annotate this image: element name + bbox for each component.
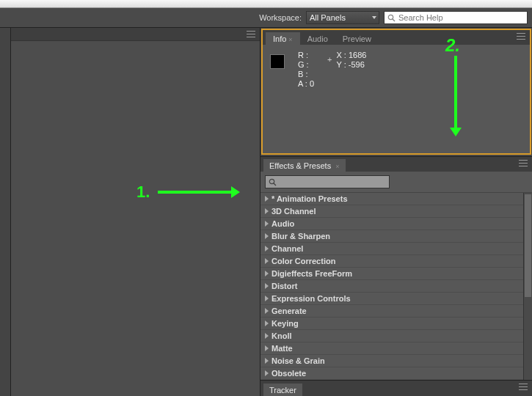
effect-category-label: Keying — [272, 319, 299, 328]
disclosure-triangle-icon[interactable] — [265, 320, 269, 326]
disclosure-triangle-icon[interactable] — [265, 233, 269, 239]
disclosure-triangle-icon[interactable] — [265, 258, 269, 264]
tab-effects-presets[interactable]: Effects & Presets × — [263, 159, 346, 172]
effect-category-item[interactable]: Channel — [260, 243, 523, 255]
effects-search-field[interactable] — [265, 175, 390, 188]
effect-category-label: Knoll — [272, 331, 292, 340]
svg-point-0 — [388, 15, 393, 19]
window-titlebar — [0, 0, 532, 8]
info-tabbar: Info× Audio Preview — [263, 30, 530, 45]
effect-category-item[interactable]: 3D Channel — [260, 205, 523, 218]
effect-category-item[interactable]: Matte — [260, 342, 523, 355]
disclosure-triangle-icon[interactable] — [265, 345, 269, 351]
effect-category-item[interactable]: Keying — [260, 318, 523, 330]
annotation-2-arrow — [454, 56, 457, 129]
tab-info-label: Info — [273, 34, 286, 43]
effects-list: * Animation Presets3D ChannelAudioBlur &… — [260, 192, 532, 380]
left-dock — [0, 28, 11, 396]
effect-category-label: * Animation Presets — [272, 194, 348, 203]
tab-audio[interactable]: Audio — [300, 32, 335, 45]
effect-category-item[interactable]: Obsolete — [260, 367, 523, 380]
panel-menu-icon[interactable] — [519, 384, 528, 390]
xy-readout: + X : 1686 Y : -596 — [327, 51, 366, 144]
effect-category-item[interactable]: Blur & Sharpen — [260, 230, 523, 243]
effects-tabbar: Effects & Presets × — [260, 157, 532, 172]
disclosure-triangle-icon[interactable] — [265, 196, 269, 202]
info-panel: Info× Audio Preview R : G : B : A : 0 + — [261, 29, 531, 155]
effects-tab-label: Effects & Presets — [269, 161, 331, 170]
disclosure-triangle-icon[interactable] — [265, 370, 269, 376]
effect-category-label: Audio — [272, 219, 294, 228]
effect-category-label: Color Correction — [272, 257, 335, 265]
disclosure-triangle-icon[interactable] — [265, 246, 269, 252]
annotation-1-arrow — [158, 191, 233, 194]
effect-category-item[interactable]: Expression Controls — [260, 293, 523, 305]
panel-menu-icon[interactable] — [247, 31, 255, 37]
search-icon — [387, 14, 396, 22]
tab-info[interactable]: Info× — [266, 32, 300, 45]
effects-panel: Effects & Presets × * Animation Presets3… — [260, 156, 532, 380]
effect-category-label: Obsolete — [272, 369, 306, 378]
disclosure-triangle-icon[interactable] — [265, 283, 269, 289]
effect-category-item[interactable]: Digieffects FreeForm — [260, 268, 523, 280]
svg-line-1 — [393, 19, 395, 21]
right-dock: Info× Audio Preview R : G : B : A : 0 + — [260, 28, 532, 396]
effect-category-label: Expression Controls — [272, 294, 351, 303]
application-bar: Workspace: All Panels — [0, 8, 532, 28]
center-tabbar — [11, 28, 260, 41]
color-swatch — [270, 54, 285, 69]
tracker-tabbar: Tracker — [260, 380, 532, 396]
scrollbar[interactable] — [523, 193, 532, 380]
effect-category-label: Digieffects FreeForm — [272, 269, 352, 278]
tab-preview[interactable]: Preview — [335, 32, 379, 45]
effect-category-label: Blur & Sharpen — [272, 232, 330, 241]
disclosure-triangle-icon[interactable] — [265, 271, 269, 276]
center-pane — [11, 28, 260, 396]
workspace-dropdown[interactable]: All Panels — [306, 11, 379, 24]
disclosure-triangle-icon[interactable] — [265, 333, 269, 339]
chevron-down-icon — [372, 16, 376, 19]
effect-category-item[interactable]: Generate — [260, 305, 523, 318]
scrollbar-thumb[interactable] — [525, 194, 531, 297]
disclosure-triangle-icon[interactable] — [265, 208, 269, 214]
svg-line-3 — [274, 183, 276, 186]
effect-category-item[interactable]: Noise & Grain — [260, 355, 523, 367]
panel-menu-icon[interactable] — [519, 160, 528, 166]
effect-category-item[interactable]: Distort — [260, 280, 523, 293]
rgba-readout: R : G : B : A : 0 — [298, 51, 314, 144]
effect-category-item[interactable]: Audio — [260, 218, 523, 230]
crosshair-icon: + — [327, 55, 332, 144]
panel-menu-icon[interactable] — [517, 33, 525, 40]
tab-tracker[interactable]: Tracker — [263, 384, 302, 396]
disclosure-triangle-icon[interactable] — [265, 308, 269, 314]
search-help-input[interactable] — [398, 13, 524, 22]
close-icon[interactable]: × — [288, 36, 292, 43]
disclosure-triangle-icon[interactable] — [265, 358, 269, 364]
effects-search-row — [265, 175, 528, 188]
search-help-field[interactable] — [384, 11, 528, 24]
effect-category-label: Generate — [272, 307, 307, 315]
effect-category-label: Distort — [272, 282, 297, 290]
disclosure-triangle-icon[interactable] — [265, 221, 269, 227]
svg-point-2 — [269, 179, 274, 183]
info-body: R : G : B : A : 0 + X : 1686 Y : -596 — [263, 45, 530, 150]
effect-category-item[interactable]: * Animation Presets — [260, 193, 523, 205]
close-icon[interactable]: × — [335, 163, 339, 170]
effect-category-label: Noise & Grain — [272, 356, 325, 365]
search-icon — [269, 178, 277, 186]
effect-category-label: 3D Channel — [272, 207, 316, 216]
workspace-label: Workspace: — [259, 13, 302, 22]
effect-category-label: Channel — [272, 244, 303, 253]
effect-category-item[interactable]: Color Correction — [260, 255, 523, 268]
effect-category-item[interactable]: Knoll — [260, 330, 523, 342]
effect-category-label: Matte — [272, 344, 293, 353]
disclosure-triangle-icon[interactable] — [265, 296, 269, 301]
workspace-selected-value: All Panels — [310, 13, 346, 22]
